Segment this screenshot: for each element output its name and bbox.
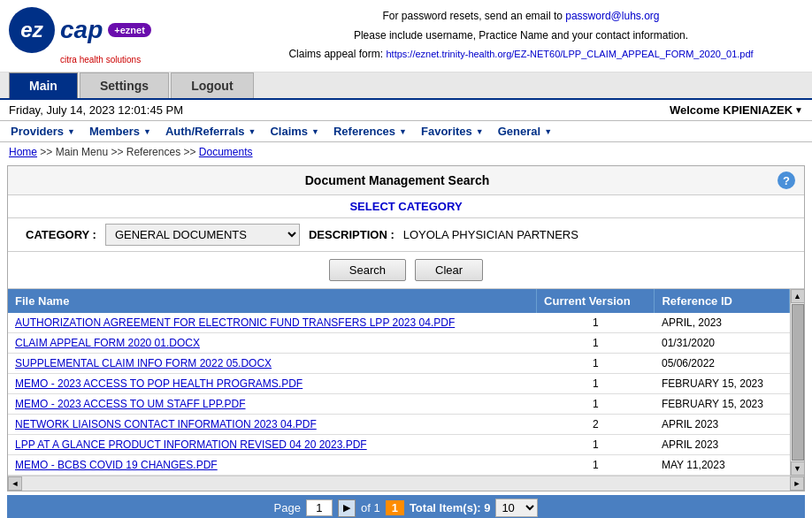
description-label: DESCRIPTION : [309,228,395,241]
scroll-up-btn[interactable]: ▲ [791,289,805,303]
datetime-bar: Friday, July 14, 2023 12:01:45 PM Welcom… [0,100,812,120]
general-arrow: ▼ [544,127,552,136]
search-button[interactable]: Search [329,259,406,281]
scroll-thumb[interactable] [792,304,804,461]
of-label: of 1 [361,501,380,514]
next-page-btn[interactable]: ▶ [338,499,356,517]
breadcrumb: Home >> Main Menu >> References >> Docum… [0,142,812,162]
page-label: Page [274,501,301,514]
file-name-cell: NETWORK LIAISONS CONTACT INFORMATION 202… [8,415,537,435]
scroll-right-btn[interactable]: ► [790,476,804,491]
menu-item-providers[interactable]: Providers▼ [4,121,82,141]
version-cell: 2 [537,415,655,435]
table-row: LPP AT A GLANCE PRODUCT INFORMATION REVI… [8,435,790,455]
tab-settings[interactable]: Settings [80,72,169,98]
file-link[interactable]: SUPPLEMENTAL CLAIM INFO FORM 2022 05.DOC… [15,357,272,369]
per-page-select[interactable]: 10 25 50 100 [495,499,538,517]
file-link[interactable]: MEMO - 2023 ACCESS TO POP HEALTH PROGRAM… [15,377,303,390]
clear-button[interactable]: Clear [415,259,483,281]
category-label: CATEGORY : [26,228,96,241]
appeal-label: Claims appeal form: [288,48,383,60]
version-cell: 1 [537,374,655,394]
ref-cell: APRIL 2023 [655,435,790,455]
password-reset-line: For password resets, send an email to pa… [239,7,803,27]
breadcrumb-references: References [126,146,180,158]
documents-table: File Name Current Version Reference ID A… [8,289,790,476]
appeal-row: Claims appeal form: https://eznet.trinit… [239,45,803,65]
file-link[interactable]: AUTHORIZATION AGREEMENT FOR ELECTRONIC F… [15,316,455,329]
col-refid: Reference ID [655,289,790,313]
table-row: MEMO - BCBS COVID 19 CHANGES.PDF1MAY 11,… [8,455,790,476]
table-row: NETWORK LIAISONS CONTACT INFORMATION 202… [8,415,790,435]
citra-label: citra health solutions [60,55,141,65]
version-cell: 1 [537,455,655,476]
menu-item-references[interactable]: References▼ [326,121,414,141]
table-header-row: File Name Current Version Reference ID [8,289,790,313]
header-info: For password resets, send an email to pa… [239,7,803,65]
logo-eznet-badge: +eznet [108,23,151,37]
breadcrumb-home[interactable]: Home [9,146,37,158]
menu-item-claims[interactable]: Claims▼ [263,121,326,141]
menu-bar: Providers▼ Members▼ Auth/Referrals▼ Clai… [0,120,812,142]
favorites-arrow: ▼ [476,127,484,136]
total-items: Total Item(s): 9 [410,501,491,514]
menu-item-members[interactable]: Members▼ [82,121,158,141]
menu-item-general[interactable]: General▼ [491,121,559,141]
welcome-area: Welcome KPIENIAZEK ▼ [670,103,803,117]
appeal-link[interactable]: https://eznet.trinity-health.org/EZ-NET6… [386,49,753,59]
page-title: Document Management Search [305,173,490,187]
category-select[interactable]: GENERAL DOCUMENTS CLINICAL DOCUMENTS MEM… [105,224,300,246]
file-name-cell: SUPPLEMENTAL CLAIM INFO FORM 2022 05.DOC… [8,354,537,374]
version-cell: 1 [537,354,655,374]
file-link[interactable]: NETWORK LIAISONS CONTACT INFORMATION 202… [15,418,317,430]
logo-ez-circle: ez [9,7,55,53]
scroll-left-btn[interactable]: ◄ [8,476,22,491]
claims-arrow: ▼ [311,127,319,136]
file-link[interactable]: MEMO - BCBS COVID 19 CHANGES.PDF [15,459,218,471]
ref-cell: MAY 11,2023 [655,455,790,476]
logo-area: ez cap +eznet citra health solutions [9,7,239,65]
welcome-text: Welcome KPIENIAZEK [670,103,793,117]
password-email-link[interactable]: password@luhs.org [565,10,659,22]
select-category-label: SELECT CATEGORY [349,200,462,213]
table-container: File Name Current Version Reference ID A… [8,289,804,476]
datetime-text: Friday, July 14, 2023 12:01:45 PM [9,103,183,117]
references-arrow: ▼ [399,127,407,136]
file-link[interactable]: MEMO - 2023 ACCESS TO UM STAFF LPP.PDF [15,398,246,410]
version-cell: 1 [537,435,655,455]
ref-cell: FEBRUARY 15, 2023 [655,374,790,394]
ref-cell: 05/06/2022 [655,354,790,374]
horizontal-scrollbar: ◄ ► [8,476,804,491]
auth-arrow: ▼ [248,127,256,136]
logo-cap-text: cap [60,16,103,44]
footer: Page ▶ of 1 1 Total Item(s): 9 10 25 50 … [7,495,805,518]
table-row: AUTHORIZATION AGREEMENT FOR ELECTRONIC F… [8,313,790,333]
file-name-cell: LPP AT A GLANCE PRODUCT INFORMATION REVI… [8,435,537,455]
col-filename: File Name [8,289,537,313]
file-link[interactable]: LPP AT A GLANCE PRODUCT INFORMATION REVI… [15,438,367,451]
menu-item-favorites[interactable]: Favorites▼ [414,121,491,141]
file-link[interactable]: CLAIM APPEAL FORM 2020 01.DOCX [15,337,200,349]
header: ez cap +eznet citra health solutions For… [0,0,812,72]
scroll-h-track[interactable] [22,476,790,491]
help-icon[interactable]: ? [778,171,795,189]
select-category-row: SELECT CATEGORY [8,195,804,218]
ref-cell: FEBRUARY 15, 2023 [655,394,790,415]
page-input[interactable] [306,499,333,516]
content-area: Document Management Search ? SELECT CATE… [7,165,805,491]
table-row: MEMO - 2023 ACCESS TO POP HEALTH PROGRAM… [8,374,790,394]
version-cell: 1 [537,313,655,333]
menu-item-auth-referrals[interactable]: Auth/Referrals▼ [158,121,264,141]
welcome-dropdown-icon[interactable]: ▼ [794,105,803,115]
version-cell: 1 [537,394,655,415]
providers-arrow: ▼ [67,127,75,136]
scroll-down-btn[interactable]: ▼ [791,461,805,476]
vertical-scrollbar[interactable]: ▲ ▼ [790,289,804,476]
ref-cell: APRIL, 2023 [655,313,790,333]
version-cell: 1 [537,333,655,354]
tab-main[interactable]: Main [9,72,78,98]
search-row: Search Clear [8,252,804,289]
tab-logout[interactable]: Logout [171,72,253,98]
col-version: Current Version [537,289,655,313]
breadcrumb-documents[interactable]: Documents [199,146,253,158]
